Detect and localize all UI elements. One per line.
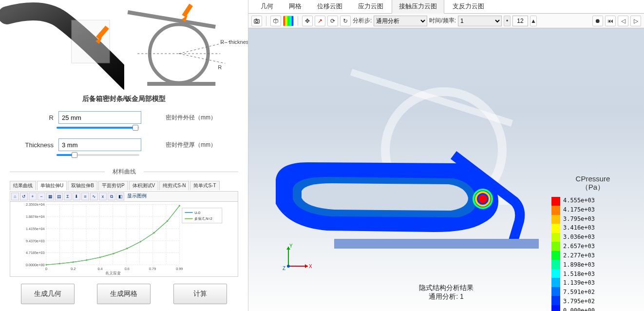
svg-text:0.2: 0.2 (71, 267, 76, 271)
diagram-label-thickness: R - thickness (220, 39, 248, 45)
material-section-title: 材料曲线 (10, 168, 238, 176)
svg-rect-68 (256, 19, 257, 19)
param-r-slider[interactable] (57, 127, 139, 129)
result-tab-2[interactable]: 位移云图 (310, 0, 350, 13)
legend-value: 4.555e+03 (563, 197, 595, 204)
material-tab-1[interactable]: 单轴拉伸U (37, 181, 67, 190)
svg-text:Y: Y (289, 243, 293, 249)
material-tab-3[interactable]: 平面剪切P (98, 181, 128, 190)
camera-icon[interactable] (251, 16, 262, 26)
chart-toolbar: ⌂ ↺ + − ▦ ▤ Σ ⬇ ≡ ∿ x ⧉ ◧ 显示图例 (10, 191, 238, 201)
svg-text:4.7185e+03: 4.7185e+03 (26, 251, 45, 255)
fit-view-icon[interactable]: ✥ (302, 16, 313, 26)
svg-point-67 (256, 20, 258, 22)
chart-copy-icon[interactable]: ⧉ (108, 193, 115, 200)
chart-zoomout-icon[interactable]: − (38, 193, 45, 200)
refresh-icon[interactable]: ↻ (340, 16, 351, 26)
legend-value: 7.591e+02 (563, 289, 595, 295)
rotate-icon[interactable]: ⟳ (327, 16, 338, 26)
param-r-row: R 密封件外径（mm） (10, 111, 238, 124)
isometric-view-icon[interactable] (270, 16, 281, 26)
play-icon[interactable]: ▷ (630, 16, 641, 26)
legend-value: 1.518e+03 (563, 271, 595, 277)
time-select[interactable]: 1 (458, 16, 502, 26)
model-title: 后备箱密封条/钣金局部模型 (0, 95, 248, 103)
slider-icon[interactable]: • (504, 16, 511, 26)
result-tab-3[interactable]: 应力云图 (351, 0, 391, 13)
svg-point-73 (478, 194, 487, 203)
svg-text:1.4155e+04: 1.4155e+04 (26, 227, 45, 231)
material-tab-5[interactable]: 纯剪式S-N (159, 181, 189, 190)
generate-geometry-button[interactable]: 生成几何 (21, 284, 75, 304)
param-r-input[interactable] (58, 111, 141, 124)
param-thickness-label: Thickness (10, 141, 54, 149)
triad-axes-icon: X Y Z (283, 243, 312, 272)
legend-value: 4.175e+03 (563, 206, 595, 213)
param-thickness-slider[interactable] (57, 154, 139, 156)
legend-value: 2.277e+03 (563, 252, 595, 259)
svg-point-82 (287, 265, 290, 268)
svg-text:0.99: 0.99 (176, 267, 183, 271)
svg-text:1.8874e+04: 1.8874e+04 (26, 214, 45, 219)
material-tabs: 结果曲线单轴拉伸U双轴拉伸B平面剪切P体积测试V纯剪式S-N简单式S-T (10, 181, 238, 190)
chart-legend-icon[interactable]: ◧ (116, 193, 124, 200)
svg-rect-0 (72, 20, 110, 63)
legend-value: 1.139e+03 (563, 279, 595, 286)
diagram-label-r: R (218, 64, 222, 70)
svg-rect-72 (334, 239, 539, 249)
diagram-3d (0, 0, 124, 93)
chart-grid-icon[interactable]: ▦ (46, 193, 54, 200)
param-thickness-desc: 密封件壁厚（mm） (166, 141, 216, 149)
chart-table-icon[interactable]: ▤ (55, 193, 63, 200)
material-tab-0[interactable]: 结果曲线 (10, 181, 36, 190)
chart-zoomin-icon[interactable]: + (29, 193, 37, 200)
chart-x-icon[interactable]: x (99, 193, 107, 200)
chart-wave-icon[interactable]: ∿ (90, 193, 98, 200)
legend-value: 3.795e+03 (563, 215, 595, 222)
chart-export-icon[interactable]: ⬇ (73, 193, 80, 200)
result-tab-5[interactable]: 支反力云图 (445, 0, 492, 13)
diagram-row: R R - thickness (0, 0, 248, 93)
param-r-desc: 密封件外径（mm） (166, 114, 216, 122)
svg-text:0.0000e+00: 0.0000e+00 (26, 263, 45, 267)
result-tab-1[interactable]: 网格 (282, 0, 309, 13)
param-r-label: R (10, 114, 54, 121)
right-panel: 几何网格位移云图应力云图接触压力云图支反力云图 ✥ ↗ ⟳ ↻ 分析步: 通用分… (248, 0, 644, 311)
diagram-2d: R R - thickness (124, 0, 248, 93)
compute-button[interactable]: 计算 (173, 284, 227, 304)
frame-input[interactable] (512, 16, 528, 26)
material-tab-2[interactable]: 双轴拉伸B (68, 181, 97, 190)
chart-home-icon[interactable]: ⌂ (11, 193, 19, 200)
svg-text:X: X (309, 264, 312, 269)
legend-value: 3.036e+03 (563, 233, 595, 240)
result-caption: 隐式结构分析结果 通用分析: 1 (419, 284, 474, 301)
svg-text:U-0: U-0 (194, 211, 200, 215)
result-tab-4[interactable]: 接触压力云图 (392, 0, 444, 14)
step-back-icon[interactable]: ◁ (618, 16, 628, 26)
param-thickness-input[interactable] (58, 138, 141, 151)
viewport[interactable]: X Y Z 隐式结构分析结果 通用分析: 1 CPressure （Pa） (248, 28, 644, 311)
color-legend: CPressure （Pa） 4.555e+034.175e+033.795e+… (551, 175, 634, 311)
result-tab-0[interactable]: 几何 (253, 0, 281, 13)
material-tab-6[interactable]: 简单式S-T (190, 181, 219, 190)
axes-icon[interactable]: ↗ (315, 16, 325, 26)
step-select[interactable]: 通用分析 (374, 16, 427, 26)
record-icon[interactable]: ⏺ (592, 16, 603, 26)
svg-text:Z: Z (283, 266, 285, 271)
legend-value: 2.657e+03 (563, 243, 595, 250)
colormap-icon[interactable] (283, 16, 294, 26)
viewport-toolbar: ✥ ↗ ⟳ ↻ 分析步: 通用分析 时间/频率: 1 • ▲ ⏺ ⏮ ◁ ▷ (248, 14, 644, 28)
material-tab-4[interactable]: 体积测试V (129, 181, 159, 190)
skip-back-icon[interactable]: ⏮ (605, 16, 616, 26)
chart-reset-icon[interactable]: ↺ (20, 193, 28, 200)
frame-up-icon[interactable]: ▲ (530, 16, 537, 26)
svg-text:0: 0 (45, 267, 47, 271)
material-chart: 0.0000e+004.7185e+039.4370e+031.4155e+04… (10, 201, 238, 277)
chart-list-icon[interactable]: ≡ (81, 193, 89, 200)
svg-text:9.4370e+03: 9.4370e+03 (26, 239, 45, 243)
chart-legend-label: 显示图例 (125, 193, 147, 200)
chart-sigma-icon[interactable]: Σ (64, 193, 72, 200)
result-tabs: 几何网格位移云图应力云图接触压力云图支反力云图 (248, 0, 644, 14)
generate-mesh-button[interactable]: 生成网格 (97, 284, 151, 304)
svg-text:多项式,N=2: 多项式,N=2 (194, 216, 212, 221)
